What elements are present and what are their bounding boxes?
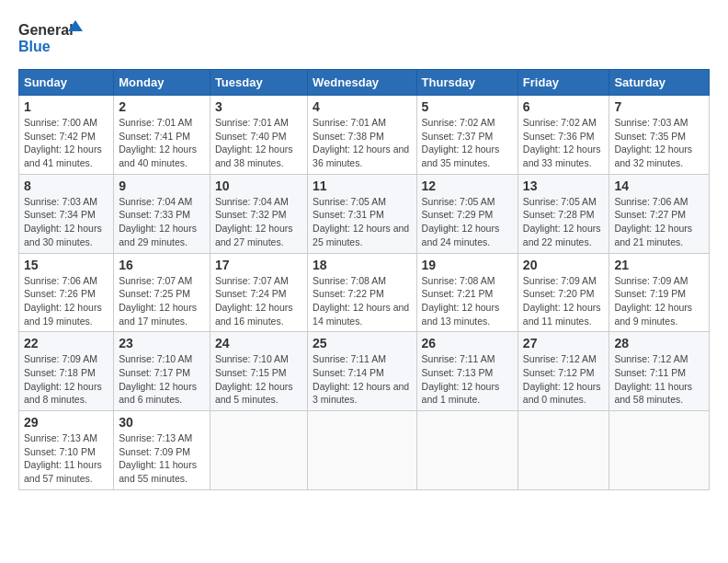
calendar-week-3: 15 Sunrise: 7:06 AMSunset: 7:26 PMDaylig…	[19, 253, 710, 332]
day-number: 4	[313, 99, 411, 114]
day-cell-4: 4 Sunrise: 7:01 AMSunset: 7:38 PMDayligh…	[308, 96, 416, 175]
logo: General Blue	[18, 18, 83, 60]
day-cell-1: 1 Sunrise: 7:00 AMSunset: 7:42 PMDayligh…	[19, 96, 114, 175]
day-cell-9: 9 Sunrise: 7:04 AMSunset: 7:33 PMDayligh…	[114, 174, 210, 253]
day-cell-18: 18 Sunrise: 7:08 AMSunset: 7:22 PMDaylig…	[308, 253, 416, 332]
day-number: 7	[614, 99, 704, 114]
day-cell-17: 17 Sunrise: 7:07 AMSunset: 7:24 PMDaylig…	[210, 253, 307, 332]
day-info: Sunrise: 7:01 AMSunset: 7:38 PMDaylight:…	[313, 117, 409, 168]
day-info: Sunrise: 7:05 AMSunset: 7:29 PMDaylight:…	[422, 196, 500, 247]
day-cell-28: 28 Sunrise: 7:12 AMSunset: 7:11 PMDaylig…	[609, 332, 710, 411]
col-header-sunday: Sunday	[19, 70, 114, 96]
day-info: Sunrise: 7:09 AMSunset: 7:20 PMDaylight:…	[523, 275, 601, 327]
day-number: 25	[313, 336, 411, 350]
day-info: Sunrise: 7:07 AMSunset: 7:25 PMDaylight:…	[119, 275, 197, 327]
calendar-week-1: 1 Sunrise: 7:00 AMSunset: 7:42 PMDayligh…	[19, 96, 710, 175]
day-cell-24: 24 Sunrise: 7:10 AMSunset: 7:15 PMDaylig…	[210, 332, 307, 411]
empty-cell	[210, 411, 307, 490]
day-cell-27: 27 Sunrise: 7:12 AMSunset: 7:12 PMDaylig…	[518, 332, 609, 411]
day-info: Sunrise: 7:13 AMSunset: 7:10 PMDaylight:…	[24, 432, 102, 484]
day-info: Sunrise: 7:01 AMSunset: 7:40 PMDaylight:…	[215, 117, 293, 168]
day-number: 8	[24, 178, 108, 193]
day-cell-26: 26 Sunrise: 7:11 AMSunset: 7:13 PMDaylig…	[416, 332, 518, 411]
col-header-saturday: Saturday	[609, 70, 710, 96]
day-number: 13	[523, 178, 605, 193]
day-cell-2: 2 Sunrise: 7:01 AMSunset: 7:41 PMDayligh…	[114, 96, 210, 175]
day-number: 5	[422, 99, 513, 114]
day-number: 17	[215, 258, 302, 272]
col-header-friday: Friday	[518, 70, 609, 96]
day-info: Sunrise: 7:08 AMSunset: 7:22 PMDaylight:…	[313, 275, 409, 327]
calendar-week-4: 22 Sunrise: 7:09 AMSunset: 7:18 PMDaylig…	[19, 332, 710, 411]
day-number: 1	[24, 99, 108, 114]
day-number: 2	[119, 99, 205, 114]
day-number: 21	[614, 258, 704, 272]
day-number: 27	[523, 336, 605, 350]
day-number: 3	[215, 99, 302, 114]
day-number: 6	[523, 99, 605, 114]
day-cell-13: 13 Sunrise: 7:05 AMSunset: 7:28 PMDaylig…	[518, 174, 609, 253]
day-number: 14	[614, 178, 704, 193]
day-cell-29: 29 Sunrise: 7:13 AMSunset: 7:10 PMDaylig…	[19, 411, 114, 490]
day-info: Sunrise: 7:04 AMSunset: 7:32 PMDaylight:…	[215, 196, 293, 247]
empty-cell	[416, 411, 518, 490]
day-number: 11	[313, 178, 411, 193]
day-cell-21: 21 Sunrise: 7:09 AMSunset: 7:19 PMDaylig…	[609, 253, 710, 332]
day-cell-5: 5 Sunrise: 7:02 AMSunset: 7:37 PMDayligh…	[416, 96, 518, 175]
day-cell-20: 20 Sunrise: 7:09 AMSunset: 7:20 PMDaylig…	[518, 253, 609, 332]
day-number: 22	[24, 336, 108, 350]
day-cell-23: 23 Sunrise: 7:10 AMSunset: 7:17 PMDaylig…	[114, 332, 210, 411]
day-info: Sunrise: 7:10 AMSunset: 7:15 PMDaylight:…	[215, 353, 293, 405]
day-cell-15: 15 Sunrise: 7:06 AMSunset: 7:26 PMDaylig…	[19, 253, 114, 332]
day-info: Sunrise: 7:11 AMSunset: 7:14 PMDaylight:…	[313, 353, 409, 405]
day-cell-12: 12 Sunrise: 7:05 AMSunset: 7:29 PMDaylig…	[416, 174, 518, 253]
day-cell-25: 25 Sunrise: 7:11 AMSunset: 7:14 PMDaylig…	[308, 332, 416, 411]
calendar-week-5: 29 Sunrise: 7:13 AMSunset: 7:10 PMDaylig…	[19, 411, 710, 490]
calendar-table: SundayMondayTuesdayWednesdayThursdayFrid…	[18, 69, 710, 490]
day-cell-10: 10 Sunrise: 7:04 AMSunset: 7:32 PMDaylig…	[210, 174, 307, 253]
svg-text:Blue: Blue	[18, 39, 51, 54]
day-number: 19	[422, 258, 513, 272]
day-info: Sunrise: 7:00 AMSunset: 7:42 PMDaylight:…	[24, 117, 102, 168]
col-header-tuesday: Tuesday	[210, 70, 307, 96]
day-info: Sunrise: 7:12 AMSunset: 7:11 PMDaylight:…	[614, 353, 692, 405]
col-header-thursday: Thursday	[416, 70, 518, 96]
day-number: 15	[24, 258, 108, 272]
day-cell-30: 30 Sunrise: 7:13 AMSunset: 7:09 PMDaylig…	[114, 411, 210, 490]
col-header-monday: Monday	[114, 70, 210, 96]
calendar-week-2: 8 Sunrise: 7:03 AMSunset: 7:34 PMDayligh…	[19, 174, 710, 253]
day-cell-8: 8 Sunrise: 7:03 AMSunset: 7:34 PMDayligh…	[19, 174, 114, 253]
day-number: 20	[523, 258, 605, 272]
day-info: Sunrise: 7:04 AMSunset: 7:33 PMDaylight:…	[119, 196, 197, 247]
day-info: Sunrise: 7:02 AMSunset: 7:36 PMDaylight:…	[523, 117, 601, 168]
day-number: 28	[614, 336, 704, 350]
day-info: Sunrise: 7:08 AMSunset: 7:21 PMDaylight:…	[422, 275, 500, 327]
day-number: 23	[119, 336, 205, 350]
day-info: Sunrise: 7:06 AMSunset: 7:26 PMDaylight:…	[24, 275, 102, 327]
day-info: Sunrise: 7:06 AMSunset: 7:27 PMDaylight:…	[614, 196, 692, 247]
day-info: Sunrise: 7:12 AMSunset: 7:12 PMDaylight:…	[523, 353, 601, 405]
day-info: Sunrise: 7:11 AMSunset: 7:13 PMDaylight:…	[422, 353, 500, 405]
logo-svg: General Blue	[18, 18, 83, 60]
day-number: 26	[422, 336, 513, 350]
day-info: Sunrise: 7:03 AMSunset: 7:34 PMDaylight:…	[24, 196, 102, 247]
day-cell-19: 19 Sunrise: 7:08 AMSunset: 7:21 PMDaylig…	[416, 253, 518, 332]
svg-text:General: General	[18, 22, 74, 38]
day-number: 18	[313, 258, 411, 272]
day-cell-16: 16 Sunrise: 7:07 AMSunset: 7:25 PMDaylig…	[114, 253, 210, 332]
day-cell-22: 22 Sunrise: 7:09 AMSunset: 7:18 PMDaylig…	[19, 332, 114, 411]
day-cell-14: 14 Sunrise: 7:06 AMSunset: 7:27 PMDaylig…	[609, 174, 710, 253]
day-number: 9	[119, 178, 205, 193]
day-info: Sunrise: 7:01 AMSunset: 7:41 PMDaylight:…	[119, 117, 197, 168]
empty-cell	[308, 411, 416, 490]
day-cell-6: 6 Sunrise: 7:02 AMSunset: 7:36 PMDayligh…	[518, 96, 609, 175]
calendar-header: SundayMondayTuesdayWednesdayThursdayFrid…	[19, 70, 710, 96]
day-number: 24	[215, 336, 302, 350]
col-header-wednesday: Wednesday	[308, 70, 416, 96]
day-info: Sunrise: 7:09 AMSunset: 7:19 PMDaylight:…	[614, 275, 692, 327]
day-cell-3: 3 Sunrise: 7:01 AMSunset: 7:40 PMDayligh…	[210, 96, 307, 175]
day-info: Sunrise: 7:13 AMSunset: 7:09 PMDaylight:…	[119, 432, 197, 484]
empty-cell	[518, 411, 609, 490]
day-number: 30	[119, 415, 205, 430]
day-info: Sunrise: 7:07 AMSunset: 7:24 PMDaylight:…	[215, 275, 293, 327]
